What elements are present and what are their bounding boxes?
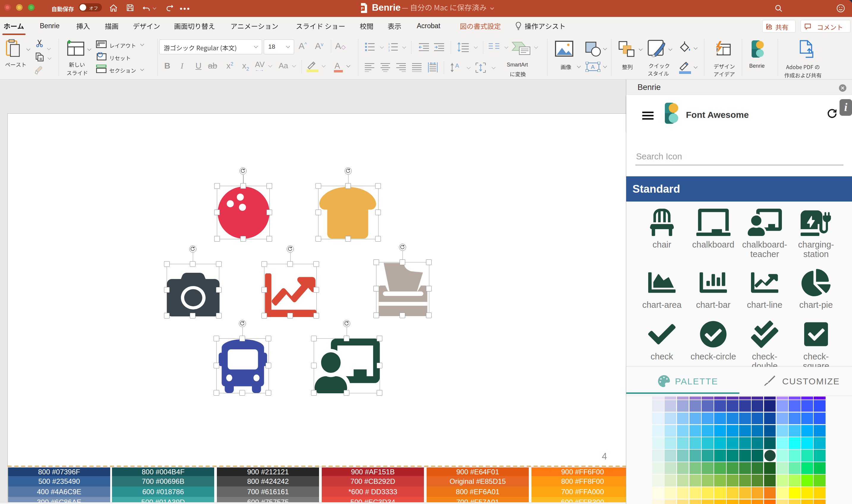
svg-text:P: P	[361, 6, 364, 11]
svg-text:A: A	[455, 62, 459, 69]
svg-text:2: 2	[388, 46, 390, 49]
svg-text:1: 1	[388, 42, 390, 46]
svg-text:3: 3	[388, 49, 390, 52]
svg-text:A: A	[591, 64, 595, 70]
